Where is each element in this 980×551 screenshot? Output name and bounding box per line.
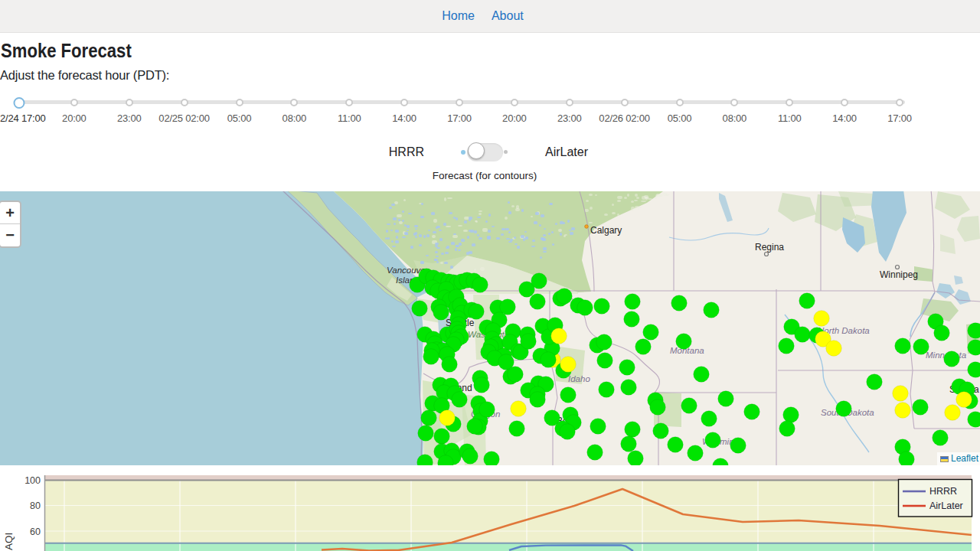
svg-text:AirLater: AirLater — [929, 500, 963, 511]
svg-text:100: 100 — [24, 475, 41, 486]
svg-text:Regina: Regina — [755, 242, 784, 253]
svg-text:Winnipeg: Winnipeg — [880, 269, 918, 280]
svg-text:80: 80 — [30, 500, 41, 511]
svg-text:HRRR: HRRR — [929, 486, 957, 497]
svg-text:60: 60 — [30, 527, 41, 537]
svg-text:Idaho: Idaho — [568, 374, 590, 383]
svg-text:AQI: AQI — [3, 533, 15, 550]
svg-text:Calgary: Calgary — [590, 225, 622, 236]
